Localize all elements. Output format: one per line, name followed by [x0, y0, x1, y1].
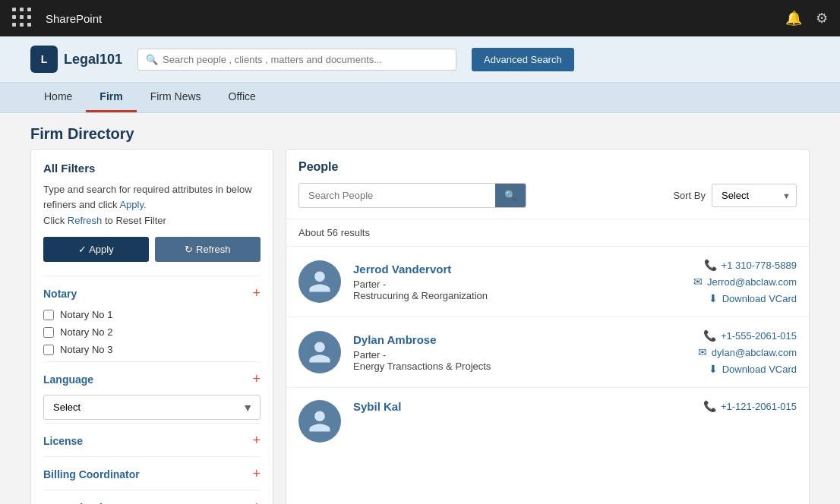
notary-label-3[interactable]: Notary No 3 [60, 344, 112, 355]
nav-item-home[interactable]: Home [30, 83, 86, 112]
sort-label: Sort By [673, 190, 706, 201]
person-name[interactable]: Jerrod Vandervort [353, 263, 633, 276]
filter-language-label: Language [43, 373, 93, 386]
language-expand-icon[interactable]: + [252, 371, 261, 387]
results-count: About 56 results [286, 219, 809, 247]
filter-license-label: License [43, 435, 83, 447]
language-select[interactable]: Select English Spanish French [43, 395, 261, 420]
filter-notary: Notary + Notary No 1 Notary No 2 Notary … [43, 276, 261, 355]
notification-icon[interactable]: 🔔 [785, 10, 802, 27]
notary-label-2[interactable]: Notary No 2 [60, 326, 112, 338]
notary-expand-icon[interactable]: + [252, 285, 261, 301]
filter-billing-label: Billing Coordinator [43, 468, 140, 480]
person-info: Jerrod Vandervort Parter - Restrucuring … [353, 263, 633, 301]
action-buttons: ✓ Apply ↻ Refresh [43, 237, 261, 262]
app-title: SharePoint [46, 12, 102, 25]
filter-language: Language + Select English Spanish French… [43, 361, 261, 420]
phone-link[interactable]: +1 310-778-5889 [722, 260, 797, 271]
person-contact: 📞 +1 310-778-5889 ✉ Jerrod@abclaw.com ⬇ … [645, 259, 797, 304]
person-info: Dylan Ambrose Parter - Energy Transactio… [353, 333, 633, 372]
person-avatar-icon [307, 408, 333, 434]
settings-icon[interactable]: ⚙ [816, 10, 828, 27]
phone-icon: 📞 [703, 329, 716, 342]
person-dept: Energy Transactions & Projects [353, 361, 633, 372]
sidebar-desc: Type and search for required attributes … [43, 182, 261, 212]
billing-expand-icon[interactable]: + [252, 466, 261, 482]
vcard-link[interactable]: Download VCard [722, 364, 797, 375]
person-avatar-icon [307, 269, 333, 295]
filter-notary-label: Notary [43, 288, 77, 300]
people-search-input[interactable] [299, 184, 495, 207]
brand-name: Legal101 [64, 52, 122, 68]
person-contact: 📞 +1-555-2061-015 ✉ dylan@abclaw.com ⬇ D… [645, 329, 797, 375]
nav-item-firm-news[interactable]: Firm News [137, 83, 215, 112]
download-icon: ⬇ [709, 363, 718, 375]
lawschool-expand-icon[interactable]: + [252, 499, 261, 504]
person-contact: 📞 +1-121-2061-015 [645, 400, 797, 412]
sort-row: Sort By Select Name A-Z Name Z-A Departm… [673, 184, 797, 207]
logo-icon: L [30, 46, 58, 73]
license-expand-icon[interactable]: + [252, 433, 261, 449]
apply-button[interactable]: ✓ Apply [43, 237, 149, 262]
filter-license: License + [43, 423, 261, 449]
contact-email: ✉ dylan@abclaw.com [698, 346, 797, 358]
avatar [298, 331, 341, 373]
nav-item-office[interactable]: Office [215, 83, 270, 112]
sort-select[interactable]: Select Name A-Z Name Z-A Department [712, 184, 797, 207]
content-area: People 🔍 Sort By Select Name A-Z Name Z-… [286, 149, 810, 504]
notary-option-1: Notary No 1 [43, 309, 261, 320]
person-card: Dylan Ambrose Parter - Energy Transactio… [286, 317, 809, 388]
download-icon: ⬇ [709, 292, 718, 304]
email-link[interactable]: dylan@abclaw.com [712, 347, 797, 358]
refresh-link[interactable]: Refresh [68, 215, 103, 226]
notary-label-1[interactable]: Notary No 1 [60, 309, 112, 320]
notary-checkbox-2[interactable] [43, 327, 54, 338]
filter-billing-header[interactable]: Billing Coordinator + [43, 466, 261, 482]
apps-icon[interactable] [12, 8, 33, 29]
notary-checkbox-1[interactable] [43, 310, 54, 320]
search-icon: 🔍 [146, 54, 158, 65]
people-search-row: 🔍 Sort By Select Name A-Z Name Z-A Depar… [298, 183, 797, 208]
contact-phone: 📞 +1-555-2061-015 [703, 329, 797, 342]
person-dept: Restrucuring & Reorganization [353, 290, 633, 301]
filter-billing: Billing Coordinator + [43, 456, 261, 482]
phone-icon: 📞 [704, 259, 717, 271]
contact-email: ✉ Jerrod@abclaw.com [693, 276, 797, 288]
email-icon: ✉ [693, 276, 703, 288]
person-name[interactable]: Dylan Ambrose [353, 333, 633, 346]
contact-phone: 📞 +1 310-778-5889 [704, 259, 797, 271]
header: L Legal101 🔍 Advanced Search [0, 36, 840, 83]
filter-lawschool-label: Law School [43, 502, 103, 505]
phone-link[interactable]: +1-121-2061-015 [721, 401, 797, 412]
brand-logo[interactable]: L Legal101 [30, 46, 122, 73]
notary-checkbox-3[interactable] [43, 345, 54, 355]
filter-lawschool: Law School + [43, 490, 261, 504]
filter-lawschool-header[interactable]: Law School + [43, 499, 261, 504]
email-link[interactable]: Jerrod@abclaw.com [707, 276, 797, 288]
filter-language-header[interactable]: Language + [43, 371, 261, 387]
person-info: Sybil Kal [353, 400, 633, 416]
person-name[interactable]: Sybil Kal [353, 400, 633, 413]
sidebar-title: All Filters [43, 162, 261, 175]
filter-notary-header[interactable]: Notary + [43, 285, 261, 301]
advanced-search-button[interactable]: Advanced Search [472, 48, 574, 71]
sort-select-wrap: Select Name A-Z Name Z-A Department ▼ [712, 184, 797, 207]
sidebar-desc-2: Click Refresh to Reset Filter [43, 215, 261, 226]
filter-license-header[interactable]: License + [43, 433, 261, 449]
person-role: Parter - [353, 349, 633, 361]
phone-icon: 📞 [703, 400, 716, 412]
email-icon: ✉ [698, 346, 707, 358]
refresh-button[interactable]: ↻ Refresh [155, 237, 261, 262]
avatar [298, 400, 341, 443]
contact-vcard: ⬇ Download VCard [709, 292, 797, 304]
people-search-input-wrap: 🔍 [298, 183, 526, 208]
people-search-button[interactable]: 🔍 [495, 184, 526, 207]
sidebar: All Filters Type and search for required… [30, 149, 273, 504]
global-search-input[interactable] [163, 54, 448, 65]
global-search-bar[interactable]: 🔍 [137, 49, 456, 71]
phone-link[interactable]: +1-555-2061-015 [721, 330, 797, 342]
nav-item-firm[interactable]: Firm [86, 83, 136, 112]
vcard-link[interactable]: Download VCard [722, 293, 797, 304]
notary-option-2: Notary No 2 [43, 326, 261, 338]
apply-link[interactable]: Apply. [119, 199, 146, 210]
